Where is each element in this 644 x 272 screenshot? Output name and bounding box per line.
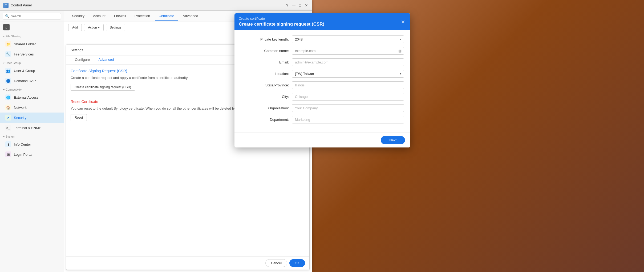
email-input[interactable] (292, 58, 404, 66)
cancel-button[interactable]: Cancel (265, 259, 287, 267)
sidebar-item-login-portal[interactable]: ⊞ Login Portal (0, 149, 64, 159)
dialog-large-title: Create certificate signing request (CSR) (239, 22, 324, 27)
help-button[interactable]: ? (285, 3, 289, 7)
search-bar[interactable]: 🔍 (3, 13, 61, 19)
action-arrow-icon: ▾ (98, 26, 100, 29)
section-file-sharing-header[interactable]: ▾ File Sharing (0, 33, 64, 39)
terminal-snmp-icon: >_ (5, 125, 11, 131)
form-row-organization: Organization: (241, 104, 404, 112)
section-user-group-label: User Group (6, 61, 21, 65)
settings-footer: Cancel OK (66, 256, 309, 270)
sidebar-item-network[interactable]: 🏠 Network (0, 102, 64, 113)
sidebar-item-external-access[interactable]: 🌐 External Access (0, 92, 64, 102)
external-access-icon: 🌐 (5, 94, 11, 100)
sidebar-item-security[interactable]: ✔ Security (0, 113, 64, 123)
reset-button[interactable]: Reset (71, 114, 87, 121)
create-csr-button[interactable]: Create certificate signing request (CSR) (71, 84, 135, 91)
tab-certificate[interactable]: Certificate (155, 12, 178, 21)
tab-firewall[interactable]: Firewall (110, 12, 130, 21)
form-row-common-name: Common name: ▦ (241, 47, 404, 55)
section-user-group-header[interactable]: ▾ User Group (0, 59, 64, 66)
action-button[interactable]: Action ▾ (84, 24, 103, 31)
private-key-select-wrapper[interactable]: 2048 4096 1024 ▾ (292, 35, 404, 43)
domain-ldap-label: Domain/LDAP (14, 79, 36, 83)
section-file-sharing: ▾ File Sharing 📁 Shared Folder 🔧 File Se… (0, 33, 64, 59)
sidebar-item-info-center[interactable]: ℹ Info Center (0, 139, 64, 149)
dialog-header: Create certificate Create certificate si… (234, 13, 410, 30)
sidebar: 🔍 ⌂ ▾ File Sharing 📁 Shared Folder 🔧 (0, 11, 64, 272)
security-icon: ✔ (5, 115, 11, 121)
tab-advanced[interactable]: Advanced (179, 12, 202, 21)
external-access-label: External Access (14, 95, 39, 99)
section-connectivity: ▾ Connectivity 🌐 External Access 🏠 Netwo… (0, 86, 64, 133)
sidebar-item-shared-folder[interactable]: 📁 Shared Folder (0, 39, 64, 49)
title-bar: ⊞ Control Panel ? — □ ✕ (0, 0, 312, 11)
user-group-icon: 👥 (5, 68, 11, 74)
title-bar-left: ⊞ Control Panel (3, 3, 32, 8)
common-name-input[interactable] (292, 47, 396, 54)
title-bar-controls: ? — □ ✕ (285, 3, 309, 7)
security-label: Security (14, 116, 26, 120)
create-cert-dialog: Create certificate Create certificate si… (234, 13, 410, 147)
email-label: Email: (241, 60, 289, 64)
dialog-header-text: Create certificate Create certificate si… (239, 17, 324, 27)
state-province-label: State/Province: (241, 83, 289, 87)
location-select-wrapper[interactable]: [TW] Taiwan [US] United States [GB] Unit… (292, 70, 404, 78)
ok-button[interactable]: OK (289, 259, 305, 267)
sidebar-item-terminal-snmp[interactable]: >_ Terminal & SNMP (0, 123, 64, 133)
file-services-label: File Services (14, 52, 34, 56)
action-label: Action (88, 26, 97, 29)
terminal-snmp-label: Terminal & SNMP (14, 126, 41, 130)
settings-panel-title: Settings (71, 48, 83, 52)
section-system-label: System (6, 135, 15, 138)
dialog-body: Private key length: 2048 4096 1024 ▾ Com… (234, 30, 410, 133)
sidebar-item-file-services[interactable]: 🔧 File Services (0, 49, 64, 59)
form-row-state: State/Province: (241, 81, 404, 89)
section-arrow-user-group: ▾ (3, 62, 5, 65)
section-system: ▾ System ℹ Info Center ⊞ Login Portal (0, 133, 64, 159)
tab-security[interactable]: Security (68, 12, 88, 21)
maximize-button[interactable]: □ (298, 3, 302, 7)
section-user-group: ▾ User Group 👥 User & Group 🔵 Domain/LDA… (0, 59, 64, 86)
state-province-input[interactable] (292, 81, 404, 89)
settings-button[interactable]: Settings (106, 24, 125, 31)
tab-account[interactable]: Account (89, 12, 109, 21)
user-group-label: User & Group (14, 69, 35, 73)
private-key-select[interactable]: 2048 4096 1024 (292, 36, 404, 43)
department-label: Department: (241, 118, 289, 122)
private-key-label: Private key length: (241, 37, 289, 41)
location-select[interactable]: [TW] Taiwan [US] United States [GB] Unit… (292, 70, 404, 77)
settings-tab-advanced[interactable]: Advanced (94, 55, 118, 64)
shared-folder-icon: 📁 (5, 41, 11, 47)
login-portal-icon: ⊞ (5, 151, 11, 157)
section-file-sharing-label: File Sharing (6, 35, 21, 38)
location-label: Location: (241, 72, 289, 76)
add-button[interactable]: Add (68, 24, 82, 31)
dialog-close-button[interactable]: ✕ (400, 19, 406, 24)
department-input[interactable] (292, 116, 404, 123)
login-portal-label: Login Portal (14, 153, 32, 157)
next-button[interactable]: Next (381, 136, 405, 144)
city-input[interactable] (292, 93, 404, 101)
settings-tab-configure[interactable]: Configure (71, 55, 94, 64)
city-label: City: (241, 95, 289, 99)
section-connectivity-header[interactable]: ▾ Connectivity (0, 86, 64, 92)
search-icon: 🔍 (5, 14, 9, 18)
section-system-header[interactable]: ▾ System (0, 133, 64, 139)
home-button[interactable]: ⌂ (0, 22, 64, 33)
section-connectivity-label: Connectivity (6, 88, 22, 91)
network-label: Network (14, 106, 27, 110)
info-center-label: Info Center (14, 142, 31, 146)
dialog-footer: Next (234, 133, 410, 147)
organization-label: Organization: (241, 106, 289, 110)
home-icon: ⌂ (3, 24, 10, 30)
minimize-button[interactable]: — (291, 3, 296, 7)
tab-protection[interactable]: Protection (131, 12, 154, 21)
sidebar-item-domain-ldap[interactable]: 🔵 Domain/LDAP (0, 76, 64, 86)
search-input[interactable] (11, 14, 59, 18)
common-name-icon: ▦ (396, 49, 404, 53)
organization-input[interactable] (292, 104, 404, 112)
sidebar-item-user-group[interactable]: 👥 User & Group (0, 66, 64, 76)
close-button[interactable]: ✕ (304, 3, 309, 7)
section-arrow-connectivity: ▾ (3, 88, 5, 91)
